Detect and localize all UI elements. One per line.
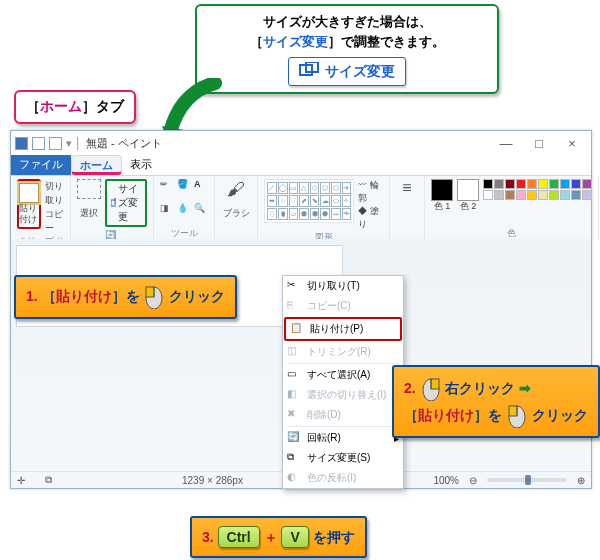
resize-icon [111,198,116,208]
palette-swatch[interactable] [527,179,537,189]
tip-resize-callout: サイズが大きすぎた場合は、 ［サイズ変更］で調整できます。 サイズ変更 [195,4,499,94]
zoom-out-button[interactable]: ⊖ [469,475,477,486]
invert-icon: ◐ [287,471,301,485]
palette-swatch[interactable] [505,179,515,189]
rotate-icon: 🔄 [287,431,301,445]
ctx-select-all[interactable]: ▭すべて選択(A) [283,365,403,385]
close-button[interactable]: × [557,136,587,151]
palette-swatch[interactable] [516,179,526,189]
palette-swatch[interactable] [494,179,504,189]
palette-swatch[interactable] [560,179,570,189]
svg-rect-8 [431,379,439,389]
palette-swatch[interactable] [582,179,592,189]
ctx-paste[interactable]: 📋貼り付け(P) [284,317,402,341]
qat-save-icon[interactable] [15,137,28,150]
ctx-copy: ⎘コピー(C) [283,296,403,316]
key-v: V [281,526,308,548]
ctx-trim: ◫トリミング(R) [283,342,403,362]
selection-size-icon: ⧉ [45,474,52,486]
home-word: ホーム [40,98,82,114]
color-palette[interactable] [483,179,592,200]
picker-icon[interactable]: 💧 [177,203,191,217]
select-all-icon: ▭ [287,368,301,382]
group-tool: ✏ 🪣 A ◨ 💧 🔍 ツール [154,176,215,241]
ctx-cut[interactable]: ✂切り取り(T) [283,276,403,296]
qat-redo-icon[interactable] [49,137,62,150]
group-clipboard: 貼り付け 切り取り コピー クリップボード [11,176,71,241]
palette-swatch[interactable] [549,190,559,200]
tab-view[interactable]: 表示 [122,155,160,175]
cursor-pos-icon: ✛ [17,475,25,486]
ctx-rotate[interactable]: 🔄回転(R)▸ [283,428,403,448]
ctx-resize[interactable]: ⧉サイズ変更(S) [283,448,403,468]
copy-button[interactable]: コピー [45,207,64,235]
palette-swatch[interactable] [582,190,592,200]
zoom-icon[interactable]: 🔍 [194,203,208,217]
mouse-icon [422,377,440,401]
swap-icon: ◧ [287,388,301,402]
palette-swatch[interactable] [538,179,548,189]
palette-swatch[interactable] [483,190,493,200]
mouse-icon [145,285,163,309]
ribbon-tabs: ファイル ホーム 表示 [11,155,591,176]
key-ctrl: Ctrl [218,526,260,548]
step2-box: 2. 右クリック ➡ ［貼り付け］を クリック [392,365,600,438]
canvas-dims: 1239 × 286px [182,475,243,486]
palette-swatch[interactable] [516,190,526,200]
group-image: 選択 サイズ変更 🔄 イメージ [71,176,154,241]
zoom-slider[interactable] [487,478,567,482]
palette-swatch[interactable] [571,190,581,200]
tip-link-word: サイズ変更 [263,34,328,49]
arrow-right-icon: ➡ [519,380,531,396]
delete-icon: ✖ [287,408,301,422]
select-icon [77,179,101,199]
ribbon-resize-button[interactable]: サイズ変更 [105,179,147,227]
zoom-in-button[interactable]: ⊕ [577,475,585,486]
brush-button[interactable]: 🖌ブラシ [221,179,251,219]
resize-icon: ⧉ [287,451,301,465]
paste-icon: 📋 [290,322,304,336]
group-width: ≡ [390,176,425,241]
paste-icon [19,183,39,203]
ctx-invert: ◐色の反転(I) [283,468,403,488]
shapes-gallery[interactable]: ／◯▭△◇⬠⬡➔ ⬌☆♡⬈⬊☁⬭✧ ⬯⬮▱⬟⬢⬣⬰⬲ [264,179,354,223]
palette-swatch[interactable] [549,179,559,189]
pencil-icon[interactable]: ✏ [160,179,174,193]
tab-home[interactable]: ホーム [71,155,122,175]
mouse-icon [508,404,526,428]
context-menu: ✂切り取り(T) ⎘コピー(C) 📋貼り付け(P) ◫トリミング(R) ▭すべて… [282,275,404,489]
resize-button-sample[interactable]: サイズ変更 [288,57,406,86]
text-icon[interactable]: A [194,179,208,193]
maximize-button[interactable]: □ [524,136,554,151]
paste-button[interactable]: 貼り付け [17,179,41,229]
ctx-delete: ✖削除(D) [283,405,403,425]
cut-button[interactable]: 切り取り [45,179,64,207]
width-icon[interactable]: ≡ [402,179,411,197]
svg-rect-5 [146,287,154,297]
color1-swatch[interactable] [431,179,453,201]
svg-rect-11 [509,406,517,416]
fill-shape-button[interactable]: ◆ 塗り [358,205,383,231]
palette-swatch[interactable] [505,190,515,200]
palette-swatch[interactable] [527,190,537,200]
outline-button[interactable]: 〰 輪郭 [358,179,383,205]
select-button[interactable]: 選択 [77,179,101,219]
palette-swatch[interactable] [538,190,548,200]
titlebar: ▾ │ 無題 - ペイント — □ × [11,131,591,155]
window-title: 無題 - ペイント [86,136,162,151]
palette-swatch[interactable] [483,179,493,189]
eraser-icon[interactable]: ◨ [160,203,174,217]
palette-swatch[interactable] [571,179,581,189]
palette-swatch[interactable] [494,190,504,200]
group-color: 色 1 色 2 色 [425,176,599,241]
fill-icon[interactable]: 🪣 [177,179,191,193]
qat-undo-icon[interactable] [32,137,45,150]
color2-swatch[interactable] [457,179,479,201]
zoom-level: 100% [433,475,459,486]
scissors-icon: ✂ [287,279,301,293]
palette-swatch[interactable] [560,190,570,200]
crop-icon: ◫ [287,345,301,359]
minimize-button[interactable]: — [491,136,521,151]
tab-file[interactable]: ファイル [11,155,71,175]
svg-rect-2 [111,200,116,206]
